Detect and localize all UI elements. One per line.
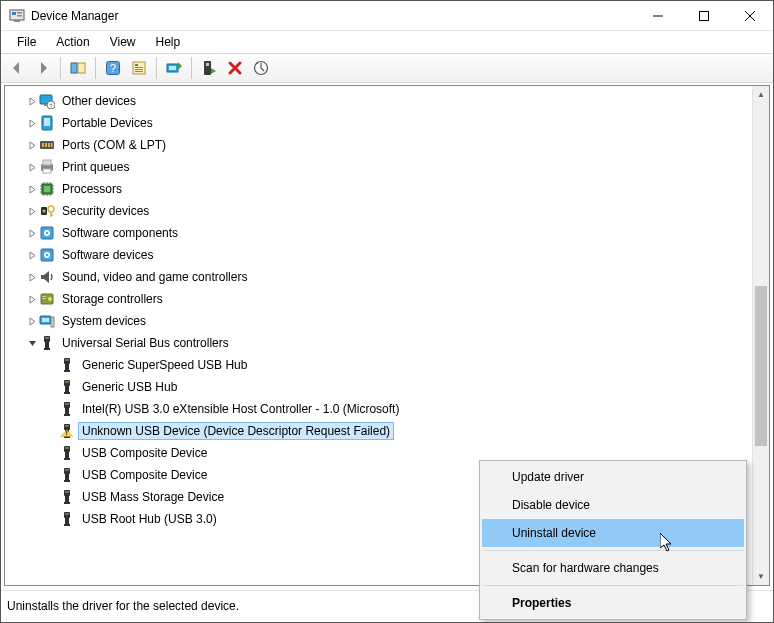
scrollbar-thumb[interactable]: [755, 286, 767, 446]
tree-node-label: Software devices: [59, 247, 156, 263]
vertical-scrollbar[interactable]: ▲ ▼: [752, 86, 769, 585]
chevron-right-icon[interactable]: [25, 116, 39, 130]
tree-row[interactable]: Sound, video and game controllers: [5, 266, 752, 288]
tree-row[interactable]: Portable Devices: [5, 112, 752, 134]
toolbar: ?: [1, 53, 773, 83]
tree-row[interactable]: Ports (COM & LPT): [5, 134, 752, 156]
menu-action[interactable]: Action: [46, 33, 99, 51]
chevron-right-icon[interactable]: [25, 314, 39, 328]
tree-node-label: Ports (COM & LPT): [59, 137, 169, 153]
tree-row[interactable]: Generic SuperSpeed USB Hub: [5, 354, 752, 376]
svg-rect-9: [71, 63, 77, 73]
svg-rect-17: [135, 71, 143, 72]
usb-icon: [59, 467, 75, 483]
maximize-button[interactable]: [681, 1, 727, 31]
chevron-right-icon[interactable]: [25, 182, 39, 196]
toolbar-separator: [95, 57, 96, 79]
tree-row[interactable]: Software devices: [5, 244, 752, 266]
usb-warning-icon: [59, 423, 75, 439]
device-blue-icon: [39, 115, 55, 131]
context-menu: Update driver Disable device Uninstall d…: [479, 460, 747, 620]
context-menu-uninstall-device[interactable]: Uninstall device: [482, 519, 744, 547]
toolbar-help-button[interactable]: ?: [101, 56, 125, 80]
tree-row[interactable]: Print queues: [5, 156, 752, 178]
svg-rect-4: [14, 20, 20, 22]
cpu-icon: [39, 181, 55, 197]
toolbar-separator: [156, 57, 157, 79]
tree-row[interactable]: Generic USB Hub: [5, 376, 752, 398]
context-menu-properties[interactable]: Properties: [482, 589, 744, 617]
toolbar-scan-button[interactable]: [249, 56, 273, 80]
toolbar-uninstall-button[interactable]: [223, 56, 247, 80]
svg-rect-14: [135, 64, 138, 66]
port-icon: [39, 137, 55, 153]
storage-icon: [39, 291, 55, 307]
scroll-down-icon[interactable]: ▼: [753, 568, 769, 585]
svg-rect-2: [17, 12, 22, 14]
menu-view[interactable]: View: [100, 33, 146, 51]
window-title: Device Manager: [31, 9, 118, 23]
chevron-right-icon[interactable]: [25, 138, 39, 152]
toolbar-update-driver-button[interactable]: [162, 56, 186, 80]
tree-node-label: Storage controllers: [59, 291, 166, 307]
tree-node-label: Universal Serial Bus controllers: [59, 335, 232, 351]
system-icon: [39, 313, 55, 329]
app-icon: [9, 8, 25, 24]
usb-icon: [39, 335, 55, 351]
svg-rect-19: [169, 66, 176, 70]
tree-node-label: Software components: [59, 225, 181, 241]
svg-text:?: ?: [110, 62, 116, 74]
minimize-button[interactable]: [635, 1, 681, 31]
tree-row[interactable]: Unknown USB Device (Device Descriptor Re…: [5, 420, 752, 442]
tree-node-label: Portable Devices: [59, 115, 156, 131]
svg-rect-6: [700, 11, 709, 20]
scroll-up-icon[interactable]: ▲: [753, 86, 769, 103]
chevron-right-icon[interactable]: [25, 160, 39, 174]
tree-node-label: Intel(R) USB 3.0 eXtensible Host Control…: [79, 401, 402, 417]
usb-icon: [59, 445, 75, 461]
chevron-down-icon[interactable]: [25, 336, 39, 350]
svg-rect-10: [78, 63, 85, 73]
chevron-right-icon[interactable]: [25, 248, 39, 262]
menu-file[interactable]: File: [7, 33, 46, 51]
tree-node-label: Print queues: [59, 159, 132, 175]
chevron-right-icon[interactable]: [25, 270, 39, 284]
toolbar-separator: [60, 57, 61, 79]
menu-help[interactable]: Help: [146, 33, 191, 51]
toolbar-showhide-button[interactable]: [66, 56, 90, 80]
component-icon: [39, 225, 55, 241]
tree-node-label: USB Composite Device: [79, 467, 210, 483]
menubar: File Action View Help: [1, 31, 773, 53]
usb-icon: [59, 401, 75, 417]
context-menu-update-driver[interactable]: Update driver: [482, 463, 744, 491]
tree-row[interactable]: Storage controllers: [5, 288, 752, 310]
tree-row[interactable]: System devices: [5, 310, 752, 332]
component-icon: [39, 247, 55, 263]
toolbar-back-button[interactable]: [5, 56, 29, 80]
toolbar-properties-button[interactable]: [127, 56, 151, 80]
tree-node-label: Security devices: [59, 203, 152, 219]
tree-row[interactable]: Universal Serial Bus controllers: [5, 332, 752, 354]
toolbar-enable-device-button[interactable]: [197, 56, 221, 80]
titlebar: Device Manager: [1, 1, 773, 31]
chevron-right-icon[interactable]: [25, 292, 39, 306]
svg-rect-16: [135, 69, 143, 70]
tree-node-label: System devices: [59, 313, 149, 329]
tree-row[interactable]: Software components: [5, 222, 752, 244]
chevron-right-icon[interactable]: [25, 226, 39, 240]
tree-row[interactable]: Security devices: [5, 200, 752, 222]
status-text: Uninstalls the driver for the selected d…: [7, 599, 239, 613]
tree-row[interactable]: Processors: [5, 178, 752, 200]
chevron-right-icon[interactable]: [25, 204, 39, 218]
context-menu-scan-hardware[interactable]: Scan for hardware changes: [482, 554, 744, 582]
chevron-right-icon[interactable]: [25, 94, 39, 108]
tree-row[interactable]: Other devices: [5, 90, 752, 112]
tree-row[interactable]: Intel(R) USB 3.0 eXtensible Host Control…: [5, 398, 752, 420]
tree-node-label: Unknown USB Device (Device Descriptor Re…: [79, 423, 393, 439]
svg-rect-21: [206, 63, 209, 66]
monitor-question-icon: [39, 93, 55, 109]
toolbar-forward-button[interactable]: [31, 56, 55, 80]
context-menu-disable-device[interactable]: Disable device: [482, 491, 744, 519]
tree-node-label: USB Composite Device: [79, 445, 210, 461]
close-button[interactable]: [727, 1, 773, 31]
